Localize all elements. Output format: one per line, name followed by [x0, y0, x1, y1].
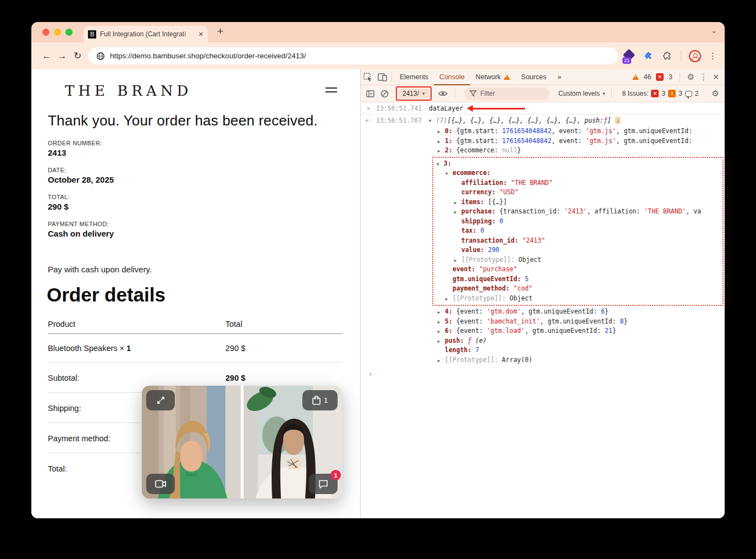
console-settings-icon[interactable]: ⚙ [712, 89, 719, 98]
console-tree-line[interactable]: ▼3: [433, 159, 722, 169]
expand-button[interactable] [146, 390, 175, 410]
console-prompt-chevron[interactable]: › [361, 370, 725, 378]
console-tree-line[interactable]: currency: "USD" [433, 188, 722, 198]
back-button[interactable]: ← [39, 51, 54, 62]
token [477, 227, 481, 234]
token: event: [453, 265, 476, 273]
console-tree-line[interactable]: ▶6: {event: 'gtm.load', gtm.uniqueEventI… [361, 326, 725, 336]
console-tree-line[interactable]: ▶1: {gtm.start: 1761654048842, event: 'g… [361, 136, 725, 146]
tag-extension-icon[interactable]: 21 [623, 50, 636, 62]
tree-toggle-icon[interactable]: ▶ [454, 207, 461, 217]
tree-toggle-icon[interactable]: ▶ [438, 327, 445, 336]
annotation-box-datalayer-event: ▼3:▼ecommerce:affiliation: "THE BRAND"cu… [432, 157, 724, 306]
log-levels-dropdown[interactable]: Custom levels ▾ [559, 90, 605, 97]
host-video-tile[interactable] [142, 386, 241, 498]
tree-toggle-icon[interactable]: ▼ [437, 160, 444, 169]
console-tree-line[interactable]: ▶5: {event: 'bamchat_init', gtm.uniqueEv… [361, 317, 725, 327]
errors-icon[interactable]: ✕ [656, 73, 664, 81]
expand-arrow-icon[interactable]: ▼ [429, 118, 436, 123]
tree-toggle-icon[interactable]: ▶ [438, 356, 445, 365]
console-sidebar-icon[interactable] [363, 90, 377, 97]
token: "cod" [514, 284, 533, 292]
console-tree-line[interactable]: affiliation: "THE BRAND" [433, 178, 722, 188]
tree-toggle-icon[interactable]: ▶ [438, 146, 445, 156]
close-window-button[interactable] [42, 29, 49, 36]
console-tree-line[interactable]: ▶2: {ecommerce: null} [361, 146, 725, 156]
console-tree-line[interactable]: shipping: 0 [433, 217, 722, 227]
tree-toggle-icon[interactable]: ▶ [454, 256, 461, 265]
address-bar[interactable]: https://demo.bambuser.shop/checkout/orde… [89, 47, 618, 64]
guest-video-tile[interactable]: 1 1 [244, 386, 343, 498]
reload-button[interactable]: ↻ [70, 50, 85, 62]
console-tree-line[interactable]: ▶purchase: {transaction_id: '2413', affi… [433, 207, 722, 217]
issues-counter[interactable]: 8 Issues: ✕ 3 ! 3 2 [622, 90, 698, 97]
command-text: dataLayer [429, 105, 463, 112]
bambuser-video-widget[interactable]: 1 1 [142, 386, 342, 498]
tab-elements[interactable]: Elements [394, 69, 434, 85]
device-toolbar-icon[interactable] [375, 73, 389, 81]
live-expression-eye-icon[interactable] [436, 90, 450, 97]
devtools-settings-icon[interactable]: ⚙ [687, 72, 694, 82]
warnings-count: 46 [644, 73, 651, 81]
network-warning-icon [504, 74, 510, 80]
token: , event: [551, 127, 586, 135]
console-tree-line[interactable]: ▼ecommerce: [433, 168, 722, 178]
console-filter-input[interactable]: Filter [464, 87, 550, 100]
forward-button[interactable]: → [54, 51, 70, 62]
more-tabs-button[interactable]: » [552, 69, 567, 85]
tab-sources[interactable]: Sources [516, 69, 552, 85]
new-tab-button[interactable]: + [217, 25, 223, 37]
menu-hamburger-icon[interactable] [325, 87, 337, 95]
chat-button[interactable]: 1 [309, 474, 338, 494]
browser-menu-icon[interactable]: ⋮ [709, 51, 717, 61]
console-tree-line[interactable]: gtm.uniqueEventId: 5 [433, 275, 722, 284]
console-tree-line[interactable]: ▶4: {event: 'gtm.dom', gtm.uniqueEventId… [361, 307, 725, 317]
console-tree-line[interactable]: ▶items: [{…}] [433, 198, 722, 207]
browser-tab[interactable]: B Full Integration (Cart Integrati ✕ [84, 26, 208, 42]
console-tree-top: ▶0: {gtm.start: 1761654048842, event: 'g… [361, 127, 725, 156]
tree-toggle-icon[interactable]: ▶ [438, 317, 445, 327]
console-tree-line[interactable]: ▶0: {gtm.start: 1761654048842, event: 'g… [361, 127, 725, 136]
url-text[interactable]: https://demo.bambuser.shop/checkout/orde… [110, 52, 306, 60]
console-tree-line[interactable]: ▶[[Prototype]]: Object [433, 294, 722, 304]
javascript-context-dropdown[interactable]: 2413/ ▾ [399, 89, 429, 98]
tree-toggle-icon[interactable]: ▶ [454, 198, 461, 207]
blue-puzzle-extension-icon[interactable] [643, 51, 654, 62]
camera-button[interactable] [146, 474, 175, 494]
console-tree-line[interactable]: length: 7 [361, 346, 725, 355]
site-info-globe-icon[interactable] [96, 52, 105, 61]
inspect-element-icon[interactable] [361, 73, 375, 81]
maximize-window-button[interactable] [65, 29, 73, 36]
command-chevron-icon: > [361, 106, 376, 111]
shopping-bag-button[interactable]: 1 [302, 390, 338, 410]
profile-avatar-icon[interactable] [689, 50, 701, 62]
console-tree-line[interactable]: event: "purchase" [433, 265, 722, 275]
extensions-puzzle-icon[interactable] [662, 51, 673, 62]
minimize-window-button[interactable] [54, 29, 61, 36]
tree-toggle-icon[interactable]: ▶ [445, 294, 453, 304]
console-tree-line[interactable]: payment_method: "cod" [433, 284, 722, 294]
console-tree-line[interactable]: ▶[[Prototype]]: Object [433, 255, 722, 265]
console-tree-line[interactable]: transaction_id: "2413" [433, 236, 722, 246]
console-tree-line[interactable]: ▶[[Prototype]]: Array(0) [361, 355, 725, 365]
console-command-row[interactable]: > 13:56:51.741 dataLayer [361, 102, 725, 114]
tree-toggle-icon[interactable]: ▶ [438, 137, 445, 146]
info-icon[interactable]: i [615, 117, 621, 124]
tree-toggle-icon[interactable]: ▶ [438, 127, 445, 136]
tab-console[interactable]: Console [434, 69, 470, 85]
tree-toggle-icon[interactable]: ▶ [438, 337, 445, 346]
console-tree-line[interactable]: ▶push: ƒ (e) [361, 336, 725, 346]
console-tree-line[interactable]: value: 290 [433, 245, 722, 255]
devtools-menu-icon[interactable]: ⋮ [699, 72, 708, 82]
tree-toggle-icon[interactable]: ▶ [438, 308, 445, 317]
devtools-close-icon[interactable]: ✕ [713, 73, 719, 81]
console-tree-line[interactable]: tax: 0 [433, 226, 722, 236]
console-result-row[interactable]: <· 13:56:51.767 ▼ (7) [{…}, {…}, {…}, {…… [361, 114, 725, 127]
tab-search-chevron-icon[interactable]: ⌄ [711, 26, 717, 35]
tree-toggle-icon[interactable]: ▼ [445, 169, 453, 178]
tab-close-icon[interactable]: ✕ [198, 31, 203, 38]
warnings-icon[interactable] [632, 74, 639, 80]
clear-console-icon[interactable] [377, 90, 391, 98]
site-logo[interactable]: THE BRAND [65, 83, 192, 99]
tab-network[interactable]: Network [470, 69, 516, 85]
